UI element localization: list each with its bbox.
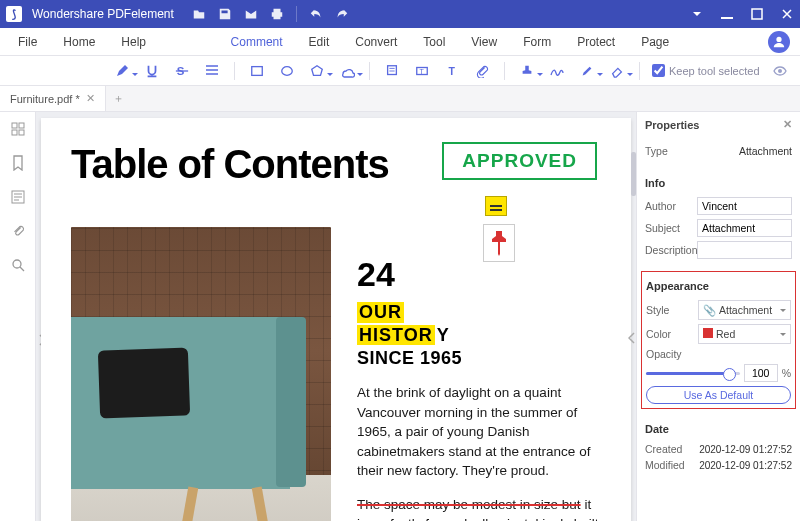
note-tool-icon[interactable] xyxy=(382,61,402,81)
tab-label: Furniture.pdf * xyxy=(10,93,80,105)
pdf-page: Table of Contents APPROVED 24 OUR HISTOR… xyxy=(41,118,631,521)
hide-comments-icon[interactable] xyxy=(770,61,790,81)
app-logo: ⟆ xyxy=(6,6,22,22)
style-select[interactable]: 📎Attachment xyxy=(698,300,791,320)
opacity-unit: % xyxy=(782,367,791,379)
date-heading: Date xyxy=(645,419,792,439)
divider xyxy=(234,62,235,80)
svg-rect-4 xyxy=(252,66,263,75)
svg-point-5 xyxy=(282,66,293,75)
bookmarks-icon[interactable] xyxy=(9,154,27,172)
rectangle-tool-icon[interactable] xyxy=(247,61,267,81)
svg-text:T: T xyxy=(419,67,424,74)
open-icon[interactable] xyxy=(192,7,206,21)
appearance-heading: Appearance xyxy=(646,276,791,296)
document-area[interactable]: Table of Contents APPROVED 24 OUR HISTOR… xyxy=(36,112,636,521)
scrollbar-handle[interactable] xyxy=(631,152,636,196)
underline-tool-icon[interactable] xyxy=(142,61,162,81)
type-label: Type xyxy=(645,145,693,157)
tab-close-icon[interactable]: ✕ xyxy=(86,92,95,105)
opacity-input[interactable] xyxy=(744,364,778,382)
svg-rect-11 xyxy=(12,123,17,128)
window-controls xyxy=(690,7,794,21)
created-label: Created xyxy=(645,443,693,455)
color-select[interactable]: Red xyxy=(698,324,791,344)
article-number: 24 xyxy=(357,255,601,294)
paragraph-1: At the brink of daylight on a quaint Van… xyxy=(357,383,601,481)
print-icon[interactable] xyxy=(270,7,284,21)
minimize-icon[interactable] xyxy=(720,7,734,21)
eraser-tool-icon[interactable] xyxy=(607,61,627,81)
tabbar: Furniture.pdf * ✕ ＋ xyxy=(0,86,800,112)
close-icon[interactable] xyxy=(780,7,794,21)
modified-label: Modified xyxy=(645,459,693,471)
add-tab-icon[interactable]: ＋ xyxy=(106,86,132,111)
oval-tool-icon[interactable] xyxy=(277,61,297,81)
description-label: Description xyxy=(645,244,693,256)
keep-tool-checkbox[interactable]: Keep tool selected xyxy=(652,64,760,77)
menu-form[interactable]: Form xyxy=(511,31,563,53)
svg-text:T: T xyxy=(449,64,456,76)
approved-stamp[interactable]: APPROVED xyxy=(442,142,597,180)
menu-comment[interactable]: Comment xyxy=(219,31,295,53)
divider xyxy=(504,62,505,80)
toolbar: S T T Keep tool selected xyxy=(0,56,800,86)
attachment-tool-icon[interactable] xyxy=(472,61,492,81)
svg-rect-6 xyxy=(388,65,397,74)
strikethrough-tool-icon[interactable]: S xyxy=(172,61,192,81)
author-input[interactable] xyxy=(697,197,792,215)
menu-protect[interactable]: Protect xyxy=(565,31,627,53)
created-value: 2020-12-09 01:27:52 xyxy=(697,444,792,455)
panel-collapse-right-icon[interactable] xyxy=(628,332,636,348)
author-label: Author xyxy=(645,200,693,212)
type-value: Attachment xyxy=(697,145,792,157)
menu-home[interactable]: Home xyxy=(51,31,107,53)
dropdown-icon[interactable] xyxy=(690,7,704,21)
menu-page[interactable]: Page xyxy=(629,31,681,53)
subject-input[interactable] xyxy=(697,219,792,237)
menu-help[interactable]: Help xyxy=(109,31,158,53)
titlebar-quick-icons xyxy=(192,6,349,22)
typewriter-tool-icon[interactable]: T xyxy=(442,61,462,81)
appearance-group: Appearance Style 📎Attachment Color Red O… xyxy=(641,271,796,409)
save-icon[interactable] xyxy=(218,7,232,21)
user-avatar-icon[interactable] xyxy=(768,31,790,53)
stamp-tool-icon[interactable] xyxy=(517,61,537,81)
divider xyxy=(296,6,297,22)
squiggly-tool-icon[interactable] xyxy=(202,61,222,81)
furniture-photo xyxy=(71,227,331,521)
attachments-panel-icon[interactable] xyxy=(9,222,27,240)
maximize-icon[interactable] xyxy=(750,7,764,21)
menu-file[interactable]: File xyxy=(6,31,49,53)
properties-panel: Properties ✕ TypeAttachment Info Author … xyxy=(636,112,800,521)
strikethrough-text: The space may be modest in size but xyxy=(357,497,581,512)
properties-close-icon[interactable]: ✕ xyxy=(783,118,792,131)
divider xyxy=(639,62,640,80)
menu-edit[interactable]: Edit xyxy=(297,31,342,53)
opacity-slider[interactable] xyxy=(646,372,740,375)
signature-tool-icon[interactable] xyxy=(547,61,567,81)
menubar: File Home Help Comment Edit Convert Tool… xyxy=(0,28,800,56)
redo-icon[interactable] xyxy=(335,7,349,21)
menu-tool[interactable]: Tool xyxy=(411,31,457,53)
description-input[interactable] xyxy=(697,241,792,259)
polygon-tool-icon[interactable] xyxy=(307,61,327,81)
menu-convert[interactable]: Convert xyxy=(343,31,409,53)
highlight-tool-icon[interactable] xyxy=(112,61,132,81)
menu-view[interactable]: View xyxy=(459,31,509,53)
svg-rect-0 xyxy=(721,17,733,19)
thumbnails-icon[interactable] xyxy=(9,120,27,138)
use-as-default-button[interactable]: Use As Default xyxy=(646,386,791,404)
comments-panel-icon[interactable] xyxy=(9,188,27,206)
textbox-tool-icon[interactable]: T xyxy=(412,61,432,81)
sticky-note-icon[interactable] xyxy=(485,196,507,216)
undo-icon[interactable] xyxy=(309,7,323,21)
app-title: Wondershare PDFelement xyxy=(32,7,174,21)
mail-icon[interactable] xyxy=(244,7,258,21)
search-panel-icon[interactable] xyxy=(9,256,27,274)
pushpin-icon[interactable] xyxy=(483,224,515,262)
cloud-tool-icon[interactable] xyxy=(337,61,357,81)
pencil-tool-icon[interactable] xyxy=(577,61,597,81)
document-tab[interactable]: Furniture.pdf * ✕ xyxy=(0,86,106,111)
since-text: SINCE 1965 xyxy=(357,348,601,369)
